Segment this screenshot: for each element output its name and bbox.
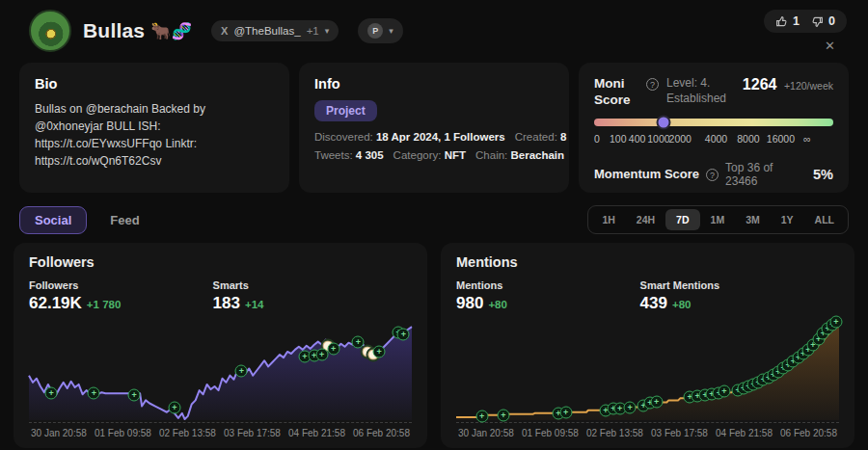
moni-score-slider[interactable] [594,119,833,126]
project-badge: Project [314,100,377,121]
x-handle-extra: +1 [307,25,319,37]
chart-card: Followers Followers62.19K+1 780Smarts183… [14,243,427,448]
stat-label: Followers [29,279,213,291]
tabs-row: SocialFeed 1H24H7D1M3M1YALL [19,205,849,234]
page-title: Bullas 🐂🧬 [83,19,192,42]
profile-avatar [29,10,71,52]
event-plus-marker[interactable]: + [624,401,637,413]
scale-tick-label: ∞ [803,133,811,145]
scale-tick-label: 0 [594,133,600,145]
momentum-score-title: Momentum Score [594,167,699,181]
chart-x-axis: 30 Jan 20:5801 Feb 09:5802 Feb 13:5803 F… [456,422,839,440]
x-tick-label: 04 Feb 21:58 [716,428,773,438]
event-plus-marker[interactable]: + [497,409,509,421]
x-logo-icon: X [221,25,228,37]
stat-delta: +80 [672,299,692,310]
help-icon[interactable]: ? [646,78,659,91]
stat-delta: +1 780 [87,299,122,310]
stat-block: Mentions980+80 [456,279,640,313]
event-plus-marker[interactable]: + [829,316,842,329]
info-row: Discovered: 18 Apr 2024, 1 FollowersCrea… [314,131,554,143]
chart-stats: Mentions980+80Smart Mentions439+80 [456,279,839,313]
range-button-1h[interactable]: 1H [591,209,625,230]
info-fields: Discovered: 18 Apr 2024, 1 FollowersCrea… [314,131,554,161]
scale-tick-label: 100 [610,133,627,145]
x-tick-label: 30 Jan 20:58 [458,428,514,438]
chart-stats: Followers62.19K+1 780Smarts183+14 [29,279,412,313]
event-plus-marker[interactable]: + [168,401,180,413]
tab-feed[interactable]: Feed [95,206,154,234]
x-tick-label: 06 Feb 20:58 [353,428,410,438]
info-field: Tweets: 4 305 [314,149,384,161]
bio-title: Bio [35,76,274,92]
close-icon[interactable]: ✕ [825,39,835,53]
tabs: SocialFeed [19,206,155,234]
stat-delta: +80 [488,299,507,310]
event-plus-marker[interactable]: + [128,389,141,402]
stat-label: Smart Mentions [640,279,825,291]
bio-card: Bio Bullas on @berachain Backed by @0xho… [19,63,289,193]
x-handle-label: @TheBullas_ [233,25,300,37]
x-tick-label: 03 Feb 17:58 [224,428,281,438]
moni-score-title: Moni Score [594,76,638,109]
x-tick-label: 02 Feb 13:58 [159,428,216,438]
x-tick-label: 01 Feb 09:58 [95,428,151,438]
upvote-count: 1 [793,14,800,28]
event-plus-marker[interactable]: + [315,349,328,361]
info-field: Discovered: 18 Apr 2024, 1 Followers [314,131,505,143]
range-button-1m[interactable]: 1M [700,209,736,230]
slider-thumb[interactable] [656,115,670,129]
chart-title: Mentions [456,254,839,270]
stat-value: 62.19K [29,294,82,312]
info-title: Info [314,76,554,92]
stat-label: Mentions [456,279,640,291]
moni-score-value: 1264 [743,76,777,93]
event-plus-marker[interactable]: + [88,387,100,400]
x-handle-dropdown[interactable]: X @TheBullas_ +1 ▾ [211,20,339,41]
event-plus-marker[interactable]: + [352,335,365,348]
event-plus-marker[interactable]: + [45,387,58,400]
chart-title: Followers [29,254,412,270]
scale-tick-label: 8000 [737,133,759,145]
event-plus-marker[interactable]: + [235,364,248,377]
event-plus-marker[interactable]: + [327,342,339,355]
event-plus-marker[interactable]: + [559,406,572,418]
x-tick-label: 03 Feb 17:58 [651,428,708,438]
event-plus-marker[interactable]: + [650,396,663,409]
info-row: Tweets: 4 305Category: NFTChain: Beracha… [314,149,554,161]
range-button-all[interactable]: ALL [804,209,845,230]
event-plus-marker[interactable]: + [397,329,410,341]
momentum-percent: 5% [813,167,833,182]
stat-value: 980 [456,294,483,312]
event-plus-marker[interactable]: + [718,385,730,398]
vote-pill: 1 0 [764,10,847,33]
help-icon[interactable]: ? [706,169,719,181]
time-range-selector: 1H24H7D1M3M1YALL [587,205,849,234]
range-button-1y[interactable]: 1Y [771,209,804,230]
range-button-24h[interactable]: 24H [626,209,665,230]
profile-name: Bullas [83,19,145,42]
thumbs-down-icon [811,15,824,28]
moni-score-card: Moni Score ? Level: 4. Established 1264 … [579,63,849,193]
scale-tick-label: 16000 [767,133,795,145]
stat-value: 439 [640,294,667,312]
event-plus-marker[interactable]: + [475,410,488,422]
info-card: Info Project Discovered: 18 Apr 2024, 1 … [299,63,569,193]
tab-social[interactable]: Social [19,206,87,234]
thumbs-up-icon [775,15,788,28]
event-plus-marker[interactable]: + [373,345,386,357]
platform-dropdown[interactable]: P ▾ [358,18,403,43]
range-button-7d[interactable]: 7D [665,209,699,230]
stat-delta: +14 [245,299,264,310]
upvote-button[interactable]: 1 [775,14,800,28]
stat-block: Smarts183+14 [213,279,397,313]
downvote-button[interactable]: 0 [811,14,835,28]
range-button-3m[interactable]: 3M [735,209,771,230]
chart-plot: +++++++++++++ [29,321,412,420]
bio-text: Bullas on @berachain Backed by @0xhoneyj… [35,100,274,170]
x-tick-label: 06 Feb 20:58 [780,428,837,438]
info-field: Category: NFT [393,149,466,161]
stat-value: 183 [213,294,240,312]
moni-level-label: Level: 4. Established [666,76,735,106]
moni-score-delta: +120/week [784,80,833,92]
